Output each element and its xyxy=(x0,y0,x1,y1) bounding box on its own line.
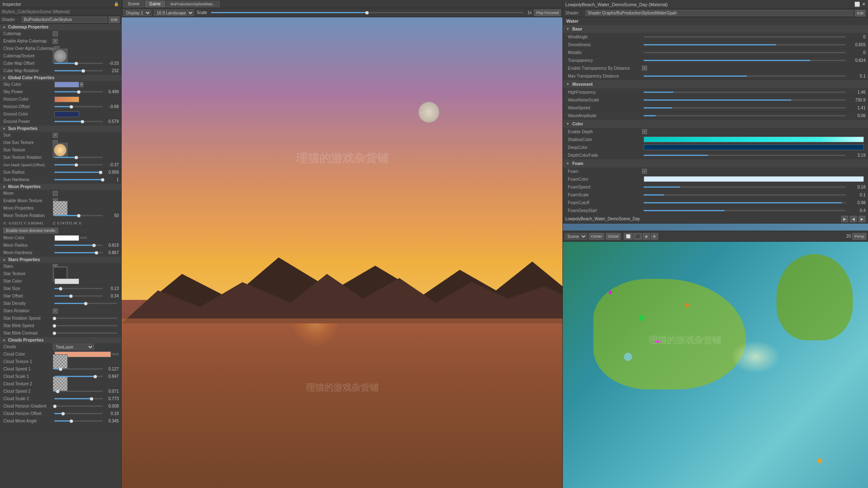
moon-hardness-slider[interactable] xyxy=(54,252,103,253)
cubemap-rotation-slider[interactable] xyxy=(54,70,103,71)
material-edit-button[interactable]: Edit xyxy=(855,10,866,17)
ground-color-swatch[interactable] xyxy=(54,111,79,117)
wavenoisescale-slider[interactable] xyxy=(644,99,846,101)
moon-radius-slider[interactable] xyxy=(54,245,103,246)
shader-input[interactable] xyxy=(22,17,107,23)
star-color-swatch[interactable] xyxy=(54,278,79,284)
moon-direction-button[interactable]: Enable moon direction handle xyxy=(3,228,58,233)
max-transparency-slider[interactable] xyxy=(644,75,846,77)
enable-transparency-checkbox[interactable]: ✓ xyxy=(642,66,647,71)
depthcolorfade-slider[interactable] xyxy=(644,155,846,156)
cloud-speed1-slider[interactable] xyxy=(54,368,103,370)
smoothness-slider[interactable] xyxy=(644,44,846,45)
play-button[interactable]: ▶ xyxy=(841,216,848,222)
cubemap-offset-slider[interactable] xyxy=(54,63,103,64)
foam-cutoff-slider[interactable] xyxy=(644,202,846,203)
clouds-section-header[interactable]: ▼ Clouds Properties xyxy=(0,337,121,343)
cloud-scale1-slider[interactable] xyxy=(54,376,103,377)
clouds-type-select[interactable]: TwoLayer SingleLayer xyxy=(53,344,94,350)
foam-deepstart-slider[interactable] xyxy=(644,210,846,211)
scale-slider[interactable] xyxy=(211,12,523,13)
foam-section-header[interactable]: ▼ Foam xyxy=(563,159,868,167)
windangle-slider[interactable] xyxy=(644,36,846,38)
sun-section-header[interactable]: ▼ Sun Properties xyxy=(0,125,121,132)
moon-tex-rotation-slider[interactable] xyxy=(54,215,103,216)
deep-color-bar[interactable] xyxy=(644,144,864,150)
stars-rotation-checkbox[interactable]: ✓ xyxy=(53,309,58,314)
star-blink-speed-slider[interactable] xyxy=(54,325,117,326)
scene-canvas[interactable]: 理猫的游戏杂货铺 xyxy=(563,242,868,488)
aspect-select[interactable]: 16:9 Landscape xyxy=(154,9,194,16)
next-button[interactable]: ▶ xyxy=(859,216,866,222)
sun-texture-preview[interactable] xyxy=(53,143,68,158)
star-blink-contrast-slider[interactable] xyxy=(54,332,117,334)
moon-texture-preview[interactable] xyxy=(53,201,68,216)
color-section-header[interactable]: ▼ Color xyxy=(563,120,868,128)
highfreq-slider[interactable] xyxy=(644,92,846,93)
transparency-slider[interactable] xyxy=(644,60,846,61)
global-button[interactable]: Global xyxy=(606,233,621,240)
inspector-lock-icon[interactable]: 🔒 xyxy=(114,2,119,6)
tool-btn-2[interactable]: ⬛ xyxy=(633,233,642,240)
sky-power-slider[interactable] xyxy=(54,91,103,92)
sun-radius-slider[interactable] xyxy=(54,172,103,173)
cloud-horizon-gradient-slider[interactable] xyxy=(54,405,103,407)
scene-center-select[interactable]: Scene xyxy=(565,233,587,240)
sky-color-swatch[interactable] xyxy=(54,82,79,87)
sun-checkbox[interactable]: ✓ xyxy=(53,133,58,138)
foam-scale-slider[interactable] xyxy=(644,194,846,196)
tool-btn-4[interactable]: ⊕ xyxy=(651,233,658,240)
waveamplitude-slider[interactable] xyxy=(644,115,846,116)
scene-tab[interactable]: Scene xyxy=(123,0,144,7)
game-tab[interactable]: Game xyxy=(145,0,165,7)
tool-btn-3[interactable]: ◈ xyxy=(643,233,650,240)
cloud-move-angle-slider[interactable] xyxy=(54,420,103,422)
moon-section-header[interactable]: ▼ Moon Properties xyxy=(0,184,121,190)
global-color-section-header[interactable]: ▼ Global Color Properties xyxy=(0,75,121,81)
sun-hardness-slider[interactable] xyxy=(54,179,103,180)
enable-depth-checkbox[interactable]: ✓ xyxy=(642,129,647,134)
cubemap-texture-preview[interactable] xyxy=(53,49,68,64)
game-viewport[interactable]: 理猫的游戏杂货铺 理猫的游戏杂货铺 xyxy=(122,17,562,488)
movement-section-header[interactable]: ▼ Movement xyxy=(563,80,868,88)
cloud-horizon-offset-slider[interactable] xyxy=(54,413,103,414)
enable-alpha-checkbox[interactable]: ✓ xyxy=(53,39,58,44)
moon-checkbox[interactable] xyxy=(53,191,58,196)
base-section-header[interactable]: ▼ Base xyxy=(563,25,868,33)
sun-tex-rotation-slider[interactable] xyxy=(54,157,103,158)
expand-icon[interactable]: ⬜ xyxy=(854,2,860,7)
center-button[interactable]: Center xyxy=(589,233,604,240)
prev-button[interactable]: ◀ xyxy=(850,216,857,222)
shallow-color-bar[interactable] xyxy=(644,137,864,142)
metallic-slider[interactable] xyxy=(644,52,846,53)
horizon-color-swatch[interactable] xyxy=(54,97,79,102)
sun-mask-slider[interactable] xyxy=(54,164,103,165)
cloud-speed2-slider[interactable] xyxy=(54,391,103,392)
material-shader-input[interactable] xyxy=(586,10,853,16)
tool-btn-1[interactable]: ⬜ xyxy=(624,233,633,240)
cloud-scale2-slider[interactable] xyxy=(54,398,103,399)
sky-color-hdr[interactable]: H xyxy=(80,82,83,87)
cloud-texture2-preview[interactable] xyxy=(53,377,68,391)
cubemap-checkbox[interactable] xyxy=(53,31,58,36)
close-icon[interactable]: ✕ xyxy=(862,2,866,7)
star-offset-slider[interactable] xyxy=(54,295,103,297)
horizon-offset-slider[interactable] xyxy=(54,106,103,107)
water-tab[interactable]: BuProductionStylizedWat... xyxy=(166,1,220,7)
star-size-slider[interactable] xyxy=(54,288,103,289)
foam-speed-slider[interactable] xyxy=(644,186,846,188)
star-rotation-speed-slider[interactable] xyxy=(54,318,117,319)
scene-persp-btn[interactable]: Persp xyxy=(852,233,866,240)
play-focused-button[interactable]: Play Focused xyxy=(534,9,561,16)
star-density-slider[interactable] xyxy=(54,303,117,304)
foam-enabled-checkbox[interactable]: ✓ xyxy=(642,169,647,174)
ground-power-slider[interactable] xyxy=(54,121,103,122)
moon-color-swatch[interactable] xyxy=(54,235,79,241)
stars-section-header[interactable]: ▼ Stars Properties xyxy=(0,257,121,263)
wavespeed-slider[interactable] xyxy=(644,107,846,108)
display-select[interactable]: Display 1 xyxy=(123,9,151,16)
foam-color-bar[interactable] xyxy=(644,176,864,182)
cloud-texture1-preview[interactable] xyxy=(53,354,68,369)
cubemap-section-header[interactable]: ▼ Cubemap Properties xyxy=(0,24,121,30)
edit-button[interactable]: Edit xyxy=(109,17,120,23)
